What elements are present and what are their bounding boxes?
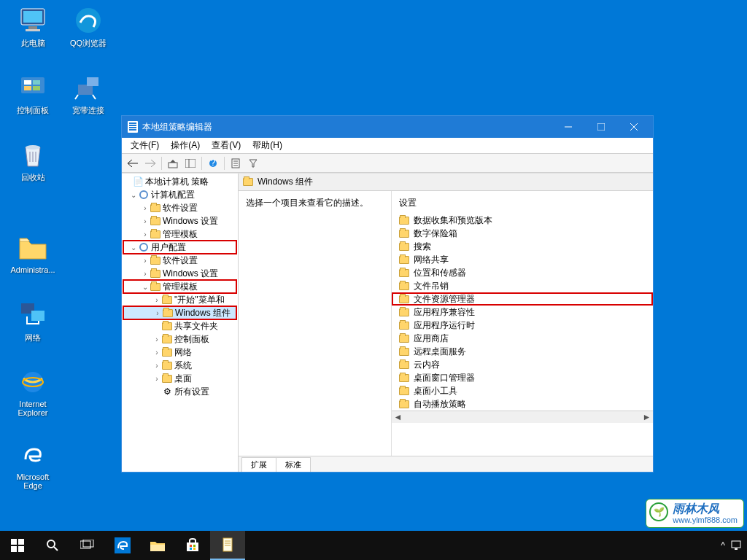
svg-rect-51	[735, 548, 738, 550]
tree-user-config[interactable]: ⌄ 用户配置	[123, 241, 236, 254]
chevron-right-icon[interactable]: ›	[152, 335, 161, 343]
tree-item[interactable]: ⚙所有设置	[123, 385, 236, 398]
chevron-right-icon[interactable]: ›	[141, 230, 150, 238]
taskbar-explorer[interactable]	[140, 531, 175, 560]
tree-item[interactable]: ›桌面	[123, 372, 236, 385]
close-button[interactable]	[617, 116, 650, 138]
folder-icon	[162, 308, 174, 318]
tray-network-icon[interactable]	[731, 540, 741, 551]
forward-button[interactable]	[142, 155, 158, 171]
tree-item[interactable]: ›系统	[123, 359, 236, 372]
menu-view[interactable]: 查看(V)	[206, 138, 247, 153]
titlebar[interactable]: 本地组策略编辑器	[122, 116, 653, 138]
folder-icon	[399, 387, 409, 395]
desktop-icon-recycle-bin[interactable]: 回收站	[7, 140, 58, 183]
content-title: Windows 组件	[258, 176, 313, 188]
chevron-right-icon[interactable]: ›	[152, 349, 161, 357]
list-item[interactable]: 云内容	[392, 358, 653, 371]
tree-item[interactable]: 共享文件夹	[123, 319, 236, 332]
properties-button[interactable]	[228, 155, 244, 171]
svg-rect-23	[185, 159, 196, 168]
system-tray[interactable]: ^	[721, 540, 747, 551]
chevron-right-icon[interactable]: ›	[141, 257, 150, 265]
list-item[interactable]: 桌面小工具	[392, 384, 653, 397]
desktop-icon-ie[interactable]: Internet Explorer	[7, 368, 58, 417]
chevron-down-icon[interactable]: ⌄	[129, 191, 138, 199]
search-button[interactable]	[35, 531, 70, 560]
list-item[interactable]: 应用商店	[392, 332, 653, 345]
list-item[interactable]: 应用程序运行时	[392, 319, 653, 332]
horizontal-scrollbar[interactable]: ◄ ►	[392, 411, 653, 423]
list-item[interactable]: 网络共享	[392, 253, 653, 266]
filter-button[interactable]	[245, 155, 261, 171]
scroll-right-icon[interactable]: ►	[640, 411, 653, 423]
menu-action[interactable]: 操作(A)	[165, 138, 206, 153]
chevron-right-icon[interactable]: ›	[141, 217, 150, 225]
tree-item[interactable]: ›控制面板	[123, 332, 236, 346]
svg-point-4	[76, 8, 101, 33]
taskview-button[interactable]	[70, 531, 105, 560]
chevron-down-icon[interactable]: ⌄	[129, 244, 138, 252]
svg-rect-3	[26, 29, 40, 31]
desktop-icon-qq-browser[interactable]: QQ浏览器	[63, 6, 114, 49]
chevron-right-icon[interactable]: ›	[152, 296, 161, 304]
tab-extended[interactable]: 扩展	[241, 457, 276, 472]
tree-item[interactable]: ›Windows 设置	[123, 267, 236, 280]
taskbar-gpedit[interactable]	[210, 531, 245, 560]
show-hide-tree-button[interactable]	[182, 155, 198, 171]
tree-windows-components[interactable]: ›Windows 组件	[123, 306, 236, 319]
chevron-right-icon[interactable]: ›	[141, 204, 150, 212]
start-button[interactable]	[0, 531, 35, 560]
list-item[interactable]: 数据收集和预览版本	[392, 214, 653, 227]
tree-root[interactable]: 📄 本地计算机 策略	[123, 175, 236, 188]
desktop-icon-control-panel[interactable]: 控制面板	[7, 73, 58, 116]
list-item[interactable]: 应用程序兼容性	[392, 306, 653, 319]
network-icon	[18, 300, 47, 330]
back-button[interactable]	[125, 155, 141, 171]
tree-computer-config[interactable]: ⌄ 计算机配置	[123, 188, 236, 201]
menu-file[interactable]: 文件(F)	[125, 138, 165, 153]
taskbar-edge[interactable]	[105, 531, 140, 560]
menu-help[interactable]: 帮助(H)	[247, 138, 288, 153]
chevron-right-icon[interactable]: ›	[141, 270, 150, 278]
tree-item[interactable]: ›网络	[123, 346, 236, 359]
minimize-button[interactable]	[551, 116, 584, 138]
desktop-icon-broadband[interactable]: 宽带连接	[63, 73, 114, 116]
list-item[interactable]: 位置和传感器	[392, 266, 653, 279]
tree-admin-templates[interactable]: ⌄管理模板	[123, 280, 236, 293]
desktop-icon-network[interactable]: 网络	[7, 300, 58, 343]
list-item[interactable]: 桌面窗口管理器	[392, 371, 653, 384]
up-button[interactable]	[165, 155, 181, 171]
tree-pane[interactable]: 📄 本地计算机 策略 ⌄ 计算机配置 ›软件设置 ›Windows 设置 ›管理…	[122, 174, 239, 472]
tray-chevron-icon[interactable]: ^	[721, 540, 725, 551]
taskbar-store[interactable]	[175, 531, 210, 560]
scroll-left-icon[interactable]: ◄	[392, 411, 404, 423]
tree-item[interactable]: ›软件设置	[123, 201, 236, 214]
list-item[interactable]: 远程桌面服务	[392, 345, 653, 358]
list-item[interactable]: 数字保险箱	[392, 227, 653, 240]
folder-icon	[161, 295, 173, 305]
tree-item[interactable]: ›管理模板	[123, 228, 236, 241]
svg-rect-32	[18, 539, 24, 545]
folder-icon	[399, 295, 409, 303]
settings-list[interactable]: 设置 数据收集和预览版本数字保险箱搜索网络共享位置和传感器文件吊销文件资源管理器…	[392, 191, 653, 456]
chevron-down-icon[interactable]: ⌄	[141, 283, 150, 291]
maximize-button[interactable]	[584, 116, 617, 138]
list-item[interactable]: 文件资源管理器	[392, 292, 653, 306]
settings-icon: ⚙	[161, 386, 173, 397]
chevron-right-icon[interactable]: ›	[153, 309, 162, 317]
tree-item[interactable]: ›Windows 设置	[123, 214, 236, 228]
list-item[interactable]: 搜索	[392, 240, 653, 253]
desktop-icon-admin-folder[interactable]: Administra...	[7, 233, 58, 274]
list-item[interactable]: 自动播放策略	[392, 397, 653, 411]
desktop-icon-edge[interactable]: Microsoft Edge	[7, 440, 58, 490]
tree-item[interactable]: ›软件设置	[123, 254, 236, 267]
help-button[interactable]: ?	[205, 155, 221, 171]
list-item[interactable]: 文件吊销	[392, 279, 653, 292]
tree-item[interactable]: ›"开始"菜单和	[123, 293, 236, 306]
desktop-icon-this-pc[interactable]: 此电脑	[7, 6, 58, 49]
svg-rect-34	[18, 546, 24, 552]
chevron-right-icon[interactable]: ›	[152, 375, 161, 383]
chevron-right-icon[interactable]: ›	[152, 362, 161, 370]
tab-standard[interactable]: 标准	[276, 457, 311, 472]
